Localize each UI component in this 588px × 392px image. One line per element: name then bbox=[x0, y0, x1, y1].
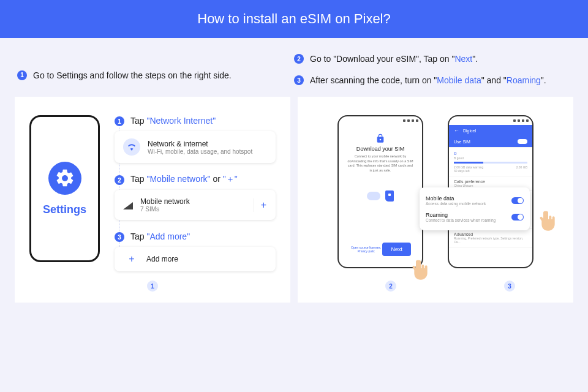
settings-label: Settings bbox=[43, 203, 86, 216]
mobile-data-row[interactable]: Mobile dataAccess data using mobile netw… bbox=[426, 192, 524, 209]
panel-badge-2: 2 bbox=[385, 281, 396, 292]
page-title: How to install an eSIM on Pixel? bbox=[0, 0, 588, 38]
roaming-toggle[interactable] bbox=[511, 214, 524, 221]
intro-bullet-2: 2 Go to "Download your eSIM", Tap on "Ne… bbox=[294, 53, 571, 66]
intro-bullet-1: 1 Go to Settings and follow the steps on… bbox=[17, 69, 232, 82]
gear-icon bbox=[48, 162, 81, 195]
row-title: Mobile network bbox=[140, 197, 190, 206]
hand-pointer-icon bbox=[537, 209, 559, 234]
panel-badge-1: 1 bbox=[147, 281, 158, 292]
panel-left: Settings 1Tap "Network Internet" Network… bbox=[15, 97, 290, 303]
roaming-row[interactable]: RoamingConnect to data services when roa… bbox=[426, 209, 524, 225]
step-number: 3 bbox=[115, 232, 124, 242]
add-sim-plus-button[interactable]: + bbox=[254, 198, 267, 212]
bullet-number: 2 bbox=[294, 54, 304, 64]
mock-download-sim: Download your SIM Connect to your mobile… bbox=[337, 115, 423, 268]
bullet-text: After scanning the code, turn on "Mobile… bbox=[310, 74, 546, 87]
signal-icon bbox=[123, 201, 133, 209]
data-usage-section: 0 B good 2.00 GB data warning2.00 GB 30 … bbox=[449, 148, 532, 176]
row-subtitle: 7 SIMs bbox=[140, 206, 190, 213]
use-sim-toggle[interactable] bbox=[518, 139, 527, 144]
lock-icon bbox=[375, 134, 385, 143]
bullet-text: Go to Settings and follow the steps on t… bbox=[33, 69, 232, 82]
step-2: 2Tap "Mobile network" or "＋" Mobile netw… bbox=[115, 174, 276, 220]
row-subtitle: Wi-Fi, mobile, data usage, and hotspot bbox=[148, 148, 252, 155]
status-bar bbox=[339, 116, 422, 125]
mobile-network-row[interactable]: Mobile network7 SIMs + bbox=[115, 190, 276, 220]
mobile-data-link: Mobile data bbox=[437, 75, 481, 85]
roaming-link: Roaming bbox=[507, 75, 541, 85]
mock-title: Download your SIM bbox=[356, 146, 405, 152]
bullet-text: Go to "Download your eSIM", Tap on "Next… bbox=[310, 53, 478, 66]
intro-bullet-3: 3 After scanning the code, turn on "Mobi… bbox=[294, 74, 571, 87]
mock-sim-settings: Digicel Use SIM 0 B good 2.00 GB data wa… bbox=[448, 115, 533, 268]
mock-description: Connect to your mobile network by downlo… bbox=[345, 154, 416, 173]
bullet-number: 3 bbox=[294, 75, 304, 85]
panel-right: Download your SIM Connect to your mobile… bbox=[298, 97, 573, 303]
step-number: 1 bbox=[115, 116, 124, 126]
toggle-overlay: Mobile dataAccess data using mobile netw… bbox=[420, 187, 530, 230]
hand-pointer-icon bbox=[410, 258, 432, 283]
sim-illustration bbox=[367, 190, 394, 202]
panel-badge-3: 3 bbox=[504, 281, 515, 292]
wifi-icon bbox=[123, 138, 140, 156]
step-number: 2 bbox=[115, 175, 124, 185]
row-title: Add more bbox=[146, 255, 178, 263]
status-bar bbox=[449, 116, 532, 125]
mobile-data-toggle[interactable] bbox=[511, 197, 524, 204]
bullet-number: 1 bbox=[17, 70, 27, 80]
network-internet-row[interactable]: Network & internetWi-Fi, mobile, data us… bbox=[115, 131, 276, 163]
usage-bar bbox=[454, 162, 527, 164]
step-1: 1Tap "Network Internet" Network & intern… bbox=[115, 115, 276, 163]
carrier-header: Digicel bbox=[449, 125, 532, 136]
advanced-row[interactable]: AdvancedRoaming, Preferred network type,… bbox=[449, 229, 532, 247]
row-title: Network & internet bbox=[148, 140, 252, 148]
license-link[interactable]: Open source licenses, Privacy polic bbox=[350, 246, 382, 253]
use-sim-row[interactable]: Use SIM bbox=[449, 136, 532, 148]
next-link: Next bbox=[454, 54, 472, 64]
phone-mockup-settings: Settings bbox=[29, 115, 100, 262]
add-more-row[interactable]: + Add more bbox=[115, 247, 276, 271]
plus-icon: + bbox=[127, 254, 137, 264]
step-3: 3Tap "Add more" + Add more bbox=[115, 231, 276, 271]
intro-section: 1 Go to Settings and follow the steps on… bbox=[0, 38, 588, 97]
next-button[interactable]: Next bbox=[382, 243, 411, 256]
